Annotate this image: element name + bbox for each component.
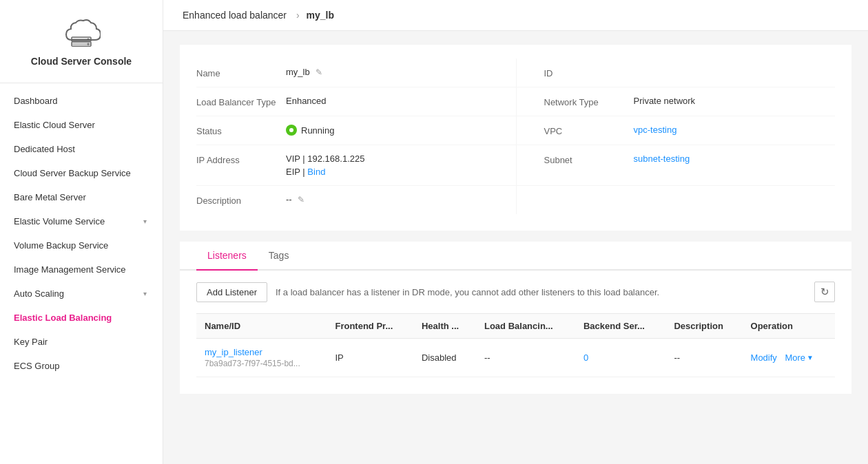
sidebar-item-elastic-cloud-server[interactable]: Elastic Cloud Server — [0, 113, 163, 137]
sidebar-item-elastic-load-balancing[interactable]: Elastic Load Balancing — [0, 306, 163, 330]
sidebar: Cloud Server Console Dashboard Elastic C… — [0, 0, 163, 464]
status-label: Status — [196, 125, 286, 136]
detail-cell-subnet: Subnet subnet-testing — [516, 145, 836, 185]
tabs-card: Listeners Tags Add Listener If a load ba… — [180, 242, 851, 394]
listener-name[interactable]: my_ip_listener — [205, 347, 318, 357]
chevron-down-icon: ▾ — [141, 289, 149, 297]
network-type-value: Private network — [634, 96, 696, 106]
listener-toolbar: Add Listener If a load balancer has a li… — [196, 282, 835, 302]
subnet-label: Subnet — [544, 154, 634, 165]
row-description: -- — [665, 339, 742, 377]
row-load-balancing: -- — [476, 339, 575, 377]
detail-card: Name my_lb ✎ ID Load Balancer Type Enhan… — [180, 45, 851, 231]
sidebar-item-dedicated-host[interactable]: Dedicated Host — [0, 137, 163, 161]
col-load-balancing: Load Balancin... — [476, 314, 575, 339]
description-label: Description — [196, 194, 286, 206]
sidebar-item-dashboard[interactable]: Dashboard — [0, 89, 163, 113]
modify-link[interactable]: Modify — [751, 352, 777, 363]
sidebar-title: Cloud Server Console — [31, 55, 132, 69]
description-value: -- ✎ — [286, 194, 306, 204]
detail-cell-id: ID — [516, 59, 836, 87]
add-listener-button[interactable]: Add Listener — [196, 282, 267, 302]
vpc-value[interactable]: vpc-testing — [634, 125, 677, 135]
status-value: Running — [286, 125, 334, 136]
col-description: Description — [665, 314, 742, 339]
col-backend: Backend Ser... — [575, 314, 665, 339]
detail-cell-status: Status Running — [196, 116, 516, 145]
tab-listeners[interactable]: Listeners — [196, 242, 258, 271]
detail-cell-lb-type: Load Balancer Type Enhanced — [196, 87, 516, 116]
id-label: ID — [544, 67, 634, 78]
col-health: Health ... — [413, 314, 476, 339]
vip-value: VIP | 192.168.1.225 — [286, 154, 364, 164]
sidebar-item-volume-backup-service[interactable]: Volume Backup Service — [0, 233, 163, 257]
backend-count[interactable]: 0 — [583, 352, 588, 363]
row-operation: Modify More ▼ — [743, 339, 835, 377]
row-frontend: IP — [327, 339, 413, 377]
breadcrumb-parent[interactable]: Enhanced load balancer — [183, 10, 287, 21]
cloud-server-icon — [62, 17, 101, 50]
col-operation: Operation — [743, 314, 835, 339]
detail-row-type: Load Balancer Type Enhanced Network Type… — [196, 87, 835, 116]
bind-link[interactable]: Bind — [307, 167, 325, 177]
main-content: Enhanced load balancer › my_lb Name my_l… — [163, 0, 868, 464]
breadcrumb: Enhanced load balancer › my_lb — [163, 0, 868, 31]
subnet-value[interactable]: subnet-testing — [634, 154, 690, 164]
tab-header: Listeners Tags — [180, 242, 851, 271]
sidebar-item-auto-scaling[interactable]: Auto Scaling ▾ — [0, 282, 163, 306]
detail-row-name-id: Name my_lb ✎ ID — [196, 59, 835, 87]
sidebar-item-image-management[interactable]: Image Management Service — [0, 257, 163, 282]
table-row: my_ip_listener 7ba9ad73-7f97-4515-bd... … — [196, 339, 835, 377]
refresh-icon: ↻ — [820, 286, 829, 298]
content-area: Name my_lb ✎ ID Load Balancer Type Enhan… — [163, 31, 868, 464]
eip-value: EIP | Bind — [286, 167, 364, 177]
col-frontend: Frontend Pr... — [327, 314, 413, 339]
tab-content-listeners: Add Listener If a load balancer has a li… — [180, 271, 851, 394]
row-name-cell: my_ip_listener 7ba9ad73-7f97-4515-bd... — [196, 339, 327, 377]
detail-cell-ip: IP Address VIP | 192.168.1.225 EIP | Bin… — [196, 145, 516, 185]
sidebar-item-bare-metal-server[interactable]: Bare Metal Server — [0, 185, 163, 209]
svg-point-5 — [87, 43, 90, 45]
detail-cell-empty — [516, 186, 836, 214]
description-edit-icon[interactable]: ✎ — [296, 195, 306, 204]
detail-cell-vpc: VPC vpc-testing — [516, 116, 836, 145]
tab-tags[interactable]: Tags — [258, 242, 300, 271]
svg-point-2 — [87, 39, 90, 41]
detail-row-ip-subnet: IP Address VIP | 192.168.1.225 EIP | Bin… — [196, 145, 835, 186]
sidebar-item-key-pair[interactable]: Key Pair — [0, 330, 163, 354]
name-value: my_lb ✎ — [286, 67, 324, 77]
network-type-label: Network Type — [544, 96, 634, 107]
listener-id: 7ba9ad73-7f97-4515-bd... — [205, 359, 318, 368]
sidebar-item-elastic-volume-service[interactable]: Elastic Volume Service ▾ — [0, 209, 163, 233]
sidebar-item-ecs-group[interactable]: ECS Group — [0, 354, 163, 378]
ip-label: IP Address — [196, 154, 286, 165]
breadcrumb-separator: › — [296, 10, 300, 21]
col-name: Name/ID — [196, 314, 327, 339]
row-health: Disabled — [413, 339, 476, 377]
ip-block: VIP | 192.168.1.225 EIP | Bind — [286, 154, 364, 177]
sidebar-item-cloud-server-backup[interactable]: Cloud Server Backup Service — [0, 161, 163, 185]
detail-cell-name: Name my_lb ✎ — [196, 59, 516, 87]
lb-type-value: Enhanced — [286, 96, 327, 106]
name-edit-icon[interactable]: ✎ — [314, 67, 324, 77]
detail-row-status-vpc: Status Running VPC vpc-testing — [196, 116, 835, 145]
lb-type-label: Load Balancer Type — [196, 96, 286, 107]
breadcrumb-current: my_lb — [306, 10, 333, 21]
detail-row-description: Description -- ✎ — [196, 186, 835, 214]
vpc-label: VPC — [544, 125, 634, 136]
refresh-button[interactable]: ↻ — [814, 282, 835, 302]
row-backend: 0 — [575, 339, 665, 377]
detail-cell-network-type: Network Type Private network — [516, 87, 836, 116]
toolbar-hint: If a load balancer has a listener in DR … — [276, 287, 806, 297]
chevron-down-icon: ▾ — [141, 217, 149, 225]
sidebar-logo: Cloud Server Console — [0, 0, 163, 83]
sidebar-nav: Dashboard Elastic Cloud Server Dedicated… — [0, 83, 163, 464]
more-button[interactable]: More ▼ — [785, 352, 814, 363]
listeners-table: Name/ID Frontend Pr... Health ... Load B… — [196, 313, 835, 377]
status-dot-icon — [286, 125, 297, 136]
more-arrow-icon: ▼ — [807, 354, 814, 361]
detail-cell-description: Description -- ✎ — [196, 186, 516, 214]
name-label: Name — [196, 67, 286, 78]
